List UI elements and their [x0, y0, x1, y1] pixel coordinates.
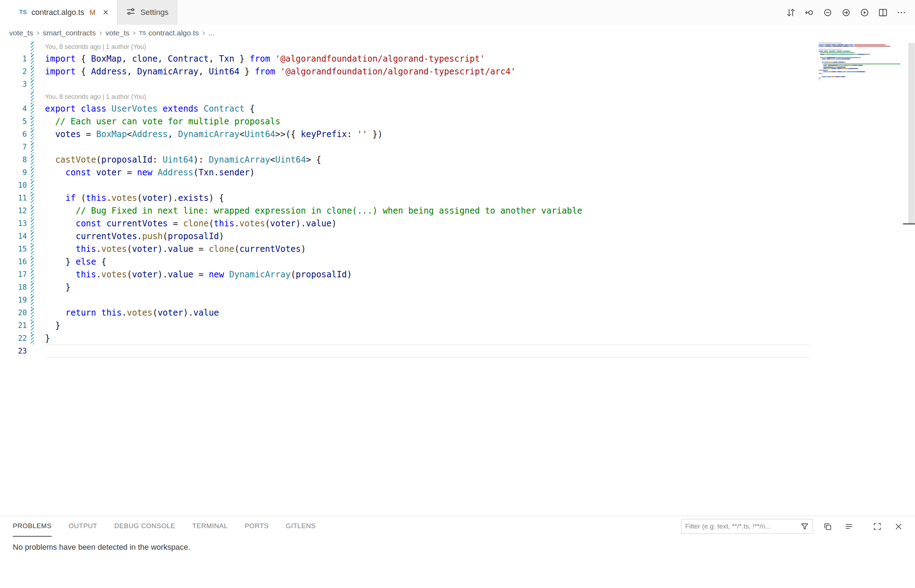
tab-settings[interactable]: Settings — [117, 0, 178, 25]
line-number[interactable]: 18 — [0, 283, 27, 292]
code-line[interactable]: 6 votes = BoxMap<Address, DynamicArray<U… — [0, 128, 811, 141]
next-change-icon[interactable] — [839, 5, 854, 20]
line-number[interactable]: 4 — [0, 105, 27, 113]
close-panel-icon[interactable] — [892, 520, 905, 533]
code-line[interactable]: 14 currentVotes.push(proposalId) — [0, 230, 811, 242]
code-line[interactable]: 17 this.votes(voter).value = new Dynamic… — [0, 268, 811, 281]
code-line[interactable]: 16 } else { — [0, 255, 811, 268]
panel-tab-ports[interactable]: PORTS — [245, 516, 269, 536]
line-number[interactable]: 13 — [0, 219, 27, 228]
breadcrumb-item[interactable]: smart_contracts — [43, 29, 95, 37]
line-number[interactable]: 9 — [0, 168, 27, 177]
line-number[interactable]: 7 — [0, 143, 27, 151]
minimap[interactable] — [819, 42, 899, 82]
code-text[interactable]: this.votes(voter).value = clone(currentV… — [45, 242, 811, 255]
problems-filter-input[interactable] — [685, 522, 797, 530]
panel-tab-terminal[interactable]: TERMINAL — [192, 516, 228, 536]
code-line[interactable]: 18 } — [0, 281, 811, 294]
tab-contract-algo-ts[interactable]: TS contract.algo.ts M × — [11, 0, 117, 25]
code-text[interactable]: import { BoxMap, clone, Contract, Txn } … — [45, 52, 811, 65]
code-text[interactable]: import { Address, DynamicArray, Uint64 }… — [45, 65, 811, 78]
code-line[interactable]: 19 — [0, 294, 811, 306]
line-number[interactable]: 15 — [0, 245, 27, 253]
code-line[interactable]: 3 — [0, 78, 811, 90]
line-number[interactable]: 14 — [0, 232, 27, 241]
code-text[interactable]: currentVotes.push(proposalId) — [45, 230, 811, 242]
code-text[interactable]: const voter = new Address(Txn.sender) — [45, 166, 811, 179]
line-number[interactable]: 19 — [0, 296, 27, 304]
panel-tab-debug-console[interactable]: DEBUG CONSOLE — [115, 516, 175, 536]
code-text[interactable]: // Bug Fixed in next line: wrapped expre… — [45, 204, 811, 217]
line-number[interactable]: 2 — [0, 67, 27, 76]
previous-change-icon[interactable] — [820, 5, 835, 20]
code-text[interactable]: return this.votes(voter).value — [45, 306, 811, 319]
code-text[interactable] — [45, 78, 811, 90]
blame-text[interactable]: You, 8 seconds ago | 1 author (You) — [45, 90, 811, 102]
line-number[interactable]: 16 — [0, 257, 27, 266]
close-tab-icon[interactable]: × — [103, 8, 109, 17]
code-text[interactable]: } — [45, 319, 811, 332]
code-line[interactable]: 1import { BoxMap, clone, Contract, Txn }… — [0, 52, 811, 65]
code-line[interactable]: 15 this.votes(voter).value = clone(curre… — [0, 242, 811, 255]
code-line[interactable]: 10 — [0, 179, 811, 192]
blame-annotation[interactable]: You, 8 seconds ago | 1 author (You) — [0, 90, 811, 102]
editor-scrollbar[interactable] — [908, 41, 915, 516]
code-line[interactable]: 8 castVote(proposalId: Uint64): DynamicA… — [0, 153, 811, 166]
code-text[interactable]: if (this.votes(voter).exists) { — [45, 192, 811, 204]
code-line[interactable]: 12 // Bug Fixed in next line: wrapped ex… — [0, 204, 811, 217]
maximize-panel-icon[interactable] — [870, 520, 884, 533]
more-actions-icon[interactable] — [894, 5, 909, 20]
line-number[interactable]: 11 — [0, 194, 27, 202]
line-number[interactable]: 17 — [0, 270, 27, 279]
line-number[interactable]: 5 — [0, 117, 27, 126]
line-number[interactable]: 12 — [0, 207, 27, 215]
code-text[interactable] — [45, 141, 811, 153]
breadcrumb-item[interactable]: contract.algo.ts — [148, 29, 198, 37]
code-line[interactable]: 13 const currentVotes = clone(this.votes… — [0, 217, 811, 230]
blame-annotation[interactable]: You, 8 seconds ago | 1 author (You) — [0, 41, 811, 52]
code-line[interactable]: 4export class UserVotes extends Contract… — [0, 102, 811, 115]
code-line[interactable]: 22} — [0, 332, 811, 345]
line-number[interactable]: 10 — [0, 181, 27, 189]
code-text[interactable]: votes = BoxMap<Address, DynamicArray<Uin… — [45, 128, 811, 141]
compare-changes-icon[interactable] — [783, 5, 798, 20]
view-as-table-icon[interactable] — [821, 520, 834, 533]
code-text[interactable]: const currentVotes = clone(this.votes(vo… — [45, 217, 811, 230]
line-number[interactable]: 3 — [0, 80, 27, 89]
line-number[interactable]: 1 — [0, 55, 27, 63]
panel-tab-problems[interactable]: PROBLEMS — [13, 516, 52, 536]
panel-tab-gitlens[interactable]: GITLENS — [286, 516, 316, 536]
code-line[interactable]: 9 const voter = new Address(Txn.sender) — [0, 166, 811, 179]
line-number[interactable]: 22 — [0, 334, 27, 342]
code-text[interactable]: } — [45, 332, 811, 345]
open-changes-icon[interactable] — [802, 5, 817, 20]
code-line[interactable]: 20 return this.votes(voter).value — [0, 306, 811, 319]
code-text[interactable]: castVote(proposalId: Uint64): DynamicArr… — [45, 153, 811, 166]
split-editor-icon[interactable] — [875, 5, 890, 20]
breadcrumb-item[interactable]: vote_ts — [9, 29, 33, 37]
line-number[interactable]: 23 — [0, 347, 27, 355]
code-line[interactable]: 21 } — [0, 319, 811, 332]
scrollbar-thumb[interactable] — [908, 43, 915, 225]
code-text[interactable] — [45, 345, 811, 357]
line-number[interactable]: 20 — [0, 309, 27, 317]
line-number[interactable]: 8 — [0, 155, 27, 164]
code-line[interactable]: 11 if (this.votes(voter).exists) { — [0, 192, 811, 204]
panel-tab-output[interactable]: OUTPUT — [69, 516, 97, 536]
collapse-all-icon[interactable] — [842, 520, 855, 533]
code-text[interactable]: this.votes(voter).value = new DynamicArr… — [45, 268, 811, 281]
code-text[interactable]: // Each user can vote for multiple propo… — [45, 115, 811, 128]
code-text[interactable]: export class UserVotes extends Contract … — [45, 102, 811, 115]
code-line[interactable]: 23 — [0, 345, 811, 357]
breadcrumb-item[interactable]: ... — [208, 29, 215, 37]
code-text[interactable] — [45, 294, 811, 306]
code-text[interactable]: } — [45, 281, 811, 294]
code-text[interactable] — [45, 179, 811, 192]
line-number[interactable]: 21 — [0, 321, 27, 330]
run-icon[interactable] — [857, 5, 872, 20]
blame-text[interactable]: You, 8 seconds ago | 1 author (You) — [45, 41, 811, 52]
code-line[interactable]: 2import { Address, DynamicArray, Uint64 … — [0, 65, 811, 78]
breadcrumb-item[interactable]: vote_ts — [105, 29, 130, 37]
code-text[interactable]: } else { — [45, 255, 811, 268]
code-line[interactable]: 5 // Each user can vote for multiple pro… — [0, 115, 811, 128]
